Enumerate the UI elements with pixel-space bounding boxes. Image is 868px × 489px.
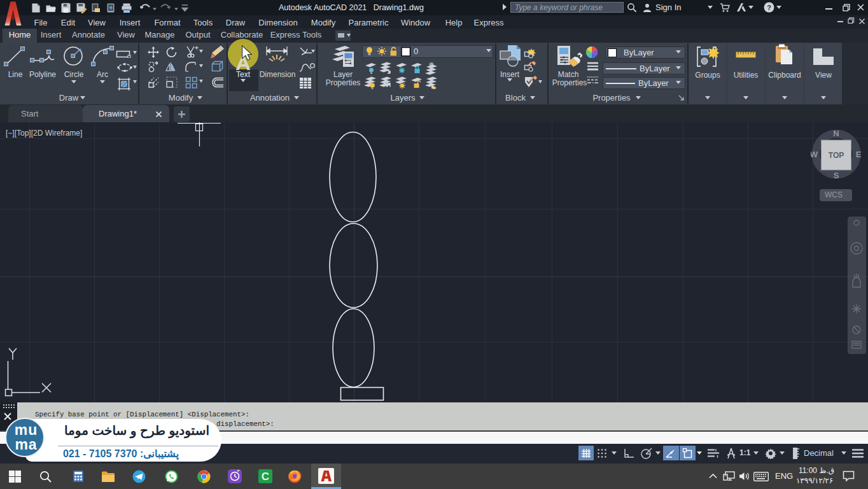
svg-text:W: W xyxy=(811,150,818,159)
svg-text:E: E xyxy=(856,150,862,159)
svg-text:?: ? xyxy=(767,4,771,11)
svg-text:N: N xyxy=(833,129,839,138)
svg-text:S: S xyxy=(834,171,839,180)
svg-text:C: C xyxy=(262,471,269,483)
svg-text:TOP: TOP xyxy=(829,151,844,160)
